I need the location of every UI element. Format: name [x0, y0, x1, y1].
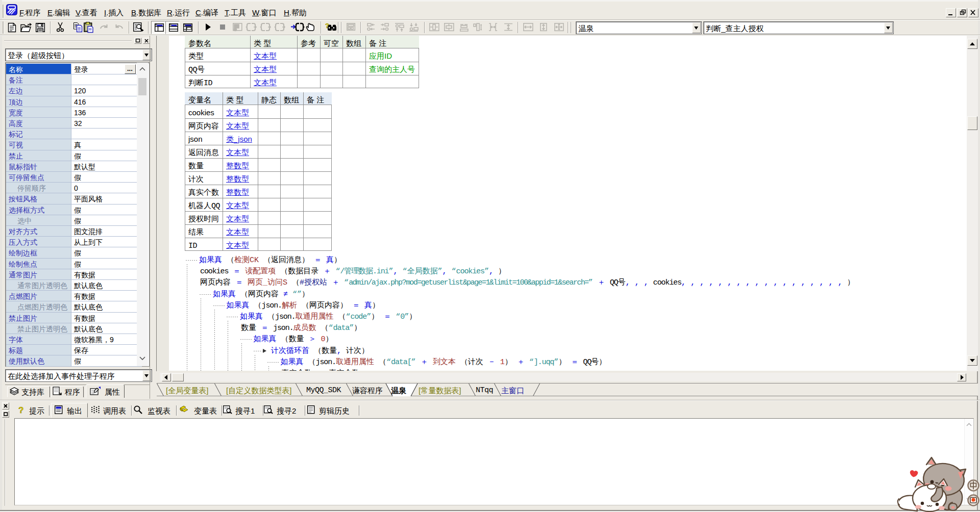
- svg-text:?: ?: [18, 405, 23, 415]
